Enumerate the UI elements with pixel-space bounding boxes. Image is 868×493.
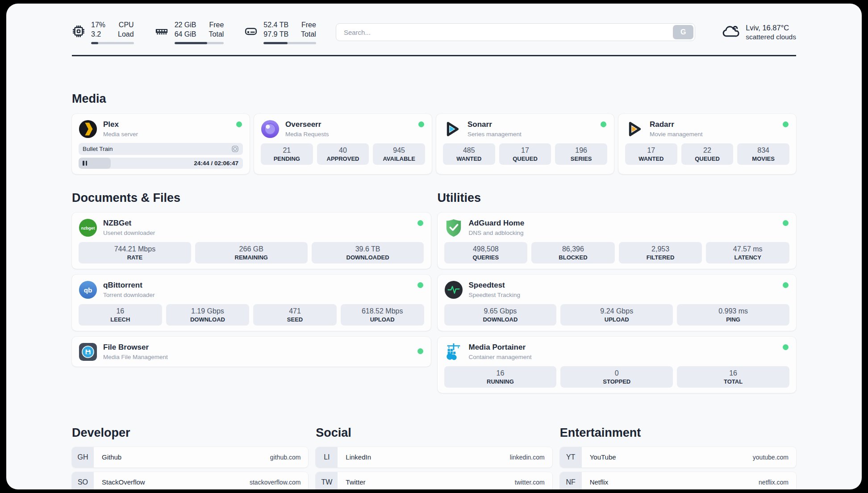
plex-now-playing: Bullet Train bbox=[79, 143, 243, 155]
cpu-icon bbox=[72, 25, 85, 40]
app-subtitle: Media Requests bbox=[285, 131, 329, 138]
weather-widget: Lviv, 16.87°C scattered clouds bbox=[721, 22, 796, 42]
stat-filtered: 2,953 FILTERED bbox=[619, 242, 702, 263]
bookmark-group-entertainment: Entertainment YT YouTube youtube.com NF … bbox=[560, 426, 796, 489]
app-title: Radarr bbox=[650, 120, 703, 129]
stat-upload: 9.24 Gbps UPLOAD bbox=[560, 304, 673, 326]
section-heading-utilities: Utilities bbox=[438, 191, 797, 205]
disk-values: 52.4 TB 97.9 TB bbox=[263, 21, 288, 39]
plex-elapsed-total: 24:44 / 02:06:47 bbox=[194, 160, 243, 167]
app-subtitle: Media File Management bbox=[103, 354, 168, 360]
speedtest-icon bbox=[444, 280, 463, 299]
search-bar: G bbox=[336, 23, 695, 41]
app-subtitle: Speedtest Tracking bbox=[469, 292, 521, 298]
app-card-speedtest[interactable]: Speedtest Speedtest Tracking 9.65 Gbps D… bbox=[438, 275, 797, 331]
status-dot bbox=[601, 121, 606, 127]
stat-blocked: 86,396 BLOCKED bbox=[531, 242, 615, 263]
section-heading-media: Media bbox=[72, 92, 796, 106]
app-subtitle: Series management bbox=[467, 131, 522, 138]
bookmark-name: Twitter bbox=[346, 478, 365, 486]
stat-stopped: 0 STOPPED bbox=[560, 366, 673, 388]
bookmark-youtube[interactable]: YT YouTube youtube.com bbox=[560, 447, 796, 468]
bookmark-name: Github bbox=[102, 453, 121, 461]
bookmark-netflix[interactable]: NF Netflix netflix.com bbox=[560, 472, 796, 489]
bookmark-abbr: TW bbox=[316, 472, 338, 489]
bookmark-linkedin[interactable]: LI LinkedIn linkedin.com bbox=[316, 447, 552, 468]
app-subtitle: Movie management bbox=[650, 131, 703, 138]
app-card-nzbget[interactable]: nzbget NZBGet Usenet downloader 744.21 M… bbox=[72, 213, 431, 269]
pause-icon[interactable] bbox=[83, 161, 87, 166]
stat-remaining: 266 GB REMAINING bbox=[195, 242, 308, 263]
app-subtitle: Torrent downloader bbox=[103, 292, 155, 298]
bookmark-group-developer: Developer GH Github github.com SO StackO… bbox=[72, 426, 308, 489]
filebrowser-icon bbox=[79, 343, 97, 361]
stat-wanted: 17 WANTED bbox=[625, 143, 677, 165]
bookmark-url: netflix.com bbox=[759, 479, 796, 486]
qbittorrent-icon: qb bbox=[79, 280, 97, 299]
memory-progressbar bbox=[175, 42, 224, 44]
app-subtitle: Container management bbox=[469, 354, 532, 360]
bookmark-abbr: SO bbox=[72, 472, 94, 489]
cpu-values: 17% 3.2 bbox=[91, 21, 105, 39]
radarr-icon bbox=[625, 120, 644, 138]
status-dot bbox=[418, 121, 424, 127]
status-dot bbox=[417, 348, 423, 354]
section-heading-entertainment: Entertainment bbox=[560, 426, 796, 440]
status-dot bbox=[236, 121, 242, 127]
portainer-icon bbox=[444, 343, 463, 361]
header-divider bbox=[72, 55, 796, 56]
stat-download: 9.65 Gbps DOWNLOAD bbox=[444, 304, 557, 326]
app-card-filebrowser[interactable]: File Browser Media File Management bbox=[72, 337, 431, 367]
bookmark-twitter[interactable]: TW Twitter twitter.com bbox=[316, 472, 552, 489]
svg-text:qb: qb bbox=[84, 286, 92, 293]
stat-running: 16 RUNNING bbox=[444, 366, 557, 388]
sonarr-icon bbox=[443, 120, 462, 138]
bookmark-url: stackoverflow.com bbox=[250, 479, 308, 486]
stat-rate: 744.21 Mbps RATE bbox=[79, 242, 191, 263]
cpu-progressbar bbox=[91, 42, 134, 44]
search-input[interactable] bbox=[336, 23, 695, 41]
ram-icon bbox=[154, 25, 169, 40]
bookmark-github[interactable]: GH Github github.com bbox=[72, 447, 308, 468]
bookmark-name: Netflix bbox=[590, 478, 609, 486]
stat-seed: 471 SEED bbox=[253, 304, 337, 326]
app-card-sonarr[interactable]: Sonarr Series management 485 WANTED 17 Q… bbox=[436, 114, 614, 174]
disk-icon bbox=[244, 25, 258, 40]
column-documents: Documents & Files nzbget NZBGet bbox=[72, 191, 431, 393]
cloud-icon bbox=[721, 22, 740, 42]
stat-queued: 22 QUEUED bbox=[681, 143, 734, 165]
status-dot bbox=[783, 121, 789, 127]
stat-ping: 0.993 ms PING bbox=[677, 304, 789, 326]
app-title: Plex bbox=[103, 120, 138, 129]
stat-series: 196 SERIES bbox=[555, 143, 607, 165]
app-title: Speedtest bbox=[469, 281, 521, 290]
app-card-radarr[interactable]: Radarr Movie management 17 WANTED 22 QUE… bbox=[618, 114, 796, 174]
app-card-overseerr[interactable]: Overseerr Media Requests 21 PENDING 40 A… bbox=[254, 114, 432, 174]
weather-location-temp: Lviv, 16.87°C bbox=[746, 24, 796, 32]
bookmark-url: linkedin.com bbox=[510, 454, 552, 461]
stat-pending: 21 PENDING bbox=[261, 143, 313, 165]
column-utilities: Utilities bbox=[438, 191, 797, 393]
app-card-plex[interactable]: Plex Media server Bullet Train 24:44 / 0… bbox=[72, 114, 250, 174]
stat-approved: 40 APPROVED bbox=[317, 143, 369, 165]
bookmark-stackoverflow[interactable]: SO StackOverflow stackoverflow.com bbox=[72, 472, 308, 489]
status-dot bbox=[783, 220, 789, 226]
stat-downloaded: 39.6 TB DOWNLOADED bbox=[312, 242, 424, 263]
app-title: Overseerr bbox=[285, 120, 329, 129]
app-card-portainer[interactable]: Media Portainer Container management 16 … bbox=[438, 337, 797, 393]
stat-wanted: 485 WANTED bbox=[443, 143, 495, 165]
status-dot bbox=[783, 344, 789, 350]
top-bar: 17% 3.2 CPU Load bbox=[72, 4, 796, 44]
bookmark-url: youtube.com bbox=[753, 454, 796, 461]
adguard-icon bbox=[444, 218, 463, 237]
app-card-adguard[interactable]: AdGuard Home DNS and adblocking 498,508 … bbox=[438, 213, 797, 269]
app-title: Sonarr bbox=[467, 120, 522, 129]
bookmark-url: github.com bbox=[270, 454, 308, 461]
bookmark-abbr: NF bbox=[560, 472, 582, 489]
app-card-qbittorrent[interactable]: qb qBittorrent Torrent downloader 16 LEE… bbox=[72, 275, 431, 331]
memory-labels: Free Total bbox=[209, 21, 224, 39]
search-engine-button[interactable]: G bbox=[673, 25, 693, 39]
session-camera-icon[interactable] bbox=[231, 145, 239, 153]
stat-queued: 17 QUEUED bbox=[499, 143, 551, 165]
app-subtitle: DNS and adblocking bbox=[469, 230, 525, 236]
